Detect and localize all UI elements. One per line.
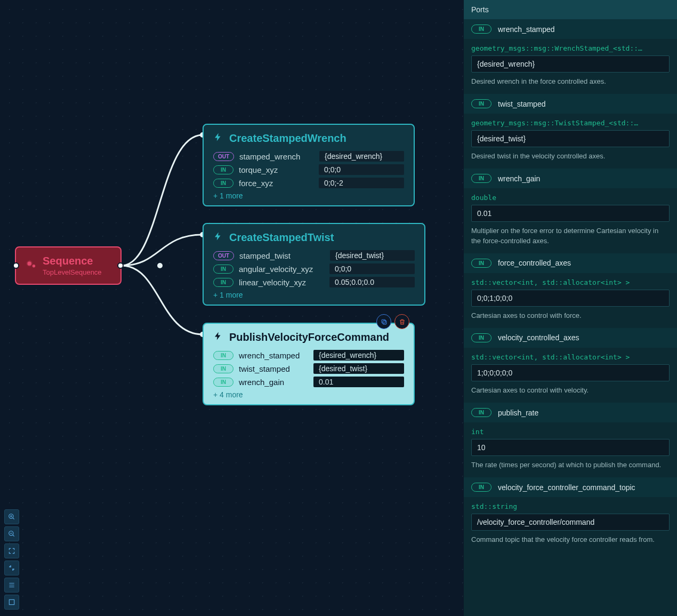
svg-rect-5 (382, 319, 385, 323)
expand-ports-link[interactable]: + 1 more (213, 191, 404, 200)
panel-port-type: int (471, 428, 670, 436)
in-badge: IN (471, 408, 491, 417)
node-title: CreateStampedTwist (229, 231, 334, 244)
panel-port-type: std::vector<int, std::allocator<int> > (471, 278, 670, 286)
panel-port-description: The rate (times per second) at which to … (471, 460, 670, 470)
panel-port-header[interactable]: INforce_controlled_axes (464, 253, 677, 273)
panel-port-body: geometry_msgs::msg::TwistStamped_<std::…… (464, 114, 677, 169)
panel-port-header[interactable]: INwrench_stamped (464, 19, 677, 39)
expand-ports-link[interactable]: + 1 more (213, 291, 415, 299)
in-badge: IN (471, 99, 491, 108)
port-label: stamped_wrench (239, 152, 319, 161)
panel-port-name: velocity_force_controller_command_topic (498, 483, 635, 492)
node-title: CreateStampedWrench (229, 132, 346, 145)
port-label: wrench_gain (239, 378, 313, 387)
port-row: IN linear_velocity_xyz 0.05;0.0;0.0 (213, 277, 415, 287)
port-value[interactable]: 0;0;-2 (319, 178, 404, 188)
expand-ports-link[interactable]: + 4 more (213, 390, 404, 399)
panel-port-header[interactable]: INvelocity_force_controller_command_topi… (464, 477, 677, 497)
panel-port-header[interactable]: INvelocity_controlled_axes (464, 328, 677, 348)
fit-view-button[interactable] (4, 543, 19, 558)
panel-port-value-input[interactable] (471, 130, 670, 147)
port-label: force_xyz (239, 179, 319, 188)
panel-port-header[interactable]: INpublish_rate (464, 403, 677, 422)
fullscreen-button[interactable] (4, 595, 19, 610)
port-row: OUT stamped_wrench {desired_wrench} (213, 151, 404, 162)
port-value[interactable]: 0;0;0 (319, 164, 404, 175)
panel-port-value-input[interactable] (471, 514, 670, 531)
bolt-icon (213, 231, 223, 244)
out-badge: OUT (213, 251, 234, 260)
panel-port-description: Desired twist in the velocity controlled… (471, 151, 670, 161)
node-create-stamped-twist[interactable]: CreateStampedTwist OUT stamped_twist {de… (203, 223, 425, 306)
panel-port-value-input[interactable] (471, 364, 670, 381)
port-value[interactable]: 0.01 (313, 377, 404, 387)
gears-icon (25, 259, 36, 273)
panel-port-type: std::string (471, 502, 670, 510)
node-title: PublishVelocityForceCommand (229, 331, 389, 343)
panel-port-description: Desired wrench in the force controlled a… (471, 77, 670, 86)
port-value[interactable]: 0;0;0 (329, 263, 415, 274)
node-create-stamped-wrench[interactable]: CreateStampedWrench OUT stamped_wrench {… (203, 124, 415, 206)
panel-port-header[interactable]: INtwist_stamped (464, 94, 677, 114)
port-dot-in[interactable] (13, 262, 19, 269)
list-button[interactable] (4, 578, 19, 593)
panel-port-name: wrench_stamped (498, 25, 555, 34)
in-badge: IN (213, 278, 233, 287)
ports-panel[interactable]: Ports INwrench_stampedgeometry_msgs::msg… (464, 0, 677, 616)
svg-rect-8 (9, 599, 14, 604)
graph-canvas[interactable]: Sequence TopLevelSequence CreateStampedW… (0, 0, 464, 616)
port-dot-out[interactable] (117, 262, 124, 269)
zoom-in-button[interactable] (4, 509, 19, 524)
port-row: OUT stamped_twist {desired_twist} (213, 250, 415, 261)
svg-point-0 (157, 263, 163, 268)
port-label: stamped_twist (239, 251, 330, 260)
edges-layer (0, 0, 464, 616)
panel-port-name: force_controlled_axes (498, 259, 571, 267)
in-badge: IN (213, 165, 233, 174)
panel-port-type: double (471, 194, 670, 202)
panel-port-type: std::vector<int, std::allocator<int> > (471, 353, 670, 361)
collapse-button[interactable] (4, 561, 19, 575)
panel-port-description: Multiplier on the force error to determi… (471, 226, 670, 245)
port-label: torque_xyz (239, 165, 319, 174)
port-row: IN wrench_gain 0.01 (213, 377, 404, 387)
port-value[interactable]: {desired_wrench} (319, 151, 404, 162)
panel-title: Ports (464, 0, 677, 19)
zoom-out-button[interactable] (4, 526, 19, 541)
node-publish-velocity-force-command[interactable]: PublishVelocityForceCommand IN wrench_st… (203, 323, 415, 405)
panel-port-value-input[interactable] (471, 290, 670, 307)
port-value[interactable]: {desired_wrench} (313, 350, 404, 361)
delete-button[interactable] (394, 314, 409, 329)
duplicate-button[interactable] (376, 314, 391, 329)
panel-port-value-input[interactable] (471, 55, 670, 73)
out-badge: OUT (213, 152, 234, 161)
panel-port-name: velocity_controlled_axes (498, 333, 579, 342)
panel-port-body: std::vector<int, std::allocator<int> >Ca… (464, 348, 677, 403)
panel-port-value-input[interactable] (471, 439, 670, 456)
in-badge: IN (471, 259, 491, 268)
panel-port-body: doubleMultiplier on the force error to d… (464, 188, 677, 253)
port-row: IN force_xyz 0;0;-2 (213, 178, 404, 188)
port-value[interactable]: {desired_twist} (330, 250, 415, 261)
canvas-toolbar (4, 509, 19, 610)
root-node-title: Sequence (43, 255, 102, 267)
in-badge: IN (213, 179, 233, 188)
root-sequence-node[interactable]: Sequence TopLevelSequence (15, 246, 122, 285)
port-value[interactable]: 0.05;0.0;0.0 (329, 277, 415, 287)
in-badge: IN (213, 351, 233, 360)
panel-port-type: geometry_msgs::msg::TwistStamped_<std::… (471, 119, 670, 127)
port-label: linear_velocity_xyz (239, 278, 329, 287)
panel-port-value-input[interactable] (471, 205, 670, 222)
panel-port-header[interactable]: INwrench_gain (464, 169, 677, 188)
port-row: IN twist_stamped {desired_twist} (213, 363, 404, 374)
panel-port-description: Cartesian axes to control with velocity. (471, 386, 670, 395)
port-row: IN torque_xyz 0;0;0 (213, 164, 404, 175)
bolt-icon (213, 132, 223, 145)
port-label: twist_stamped (239, 364, 313, 373)
in-badge: IN (471, 333, 491, 342)
panel-port-body: std::stringCommand topic that the veloci… (464, 497, 677, 552)
port-value[interactable]: {desired_twist} (313, 363, 404, 374)
port-label: wrench_stamped (239, 351, 313, 360)
port-row: IN angular_velocity_xyz 0;0;0 (213, 263, 415, 274)
